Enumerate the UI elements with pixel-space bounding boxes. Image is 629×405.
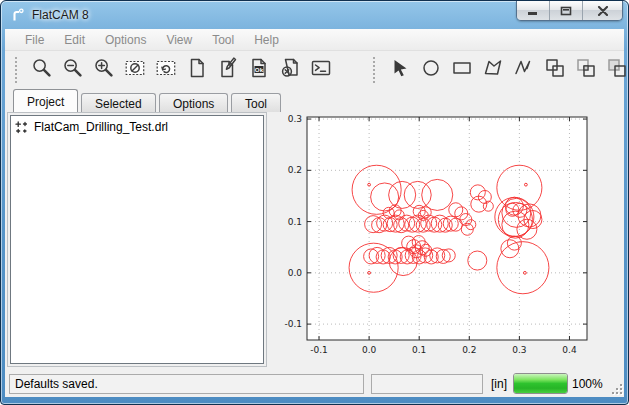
new-file-icon <box>186 57 208 83</box>
draw-polygon-icon <box>482 57 504 83</box>
zoom-in-button[interactable] <box>89 55 119 85</box>
shell-icon <box>310 57 332 83</box>
flatcam-logo-icon <box>10 7 26 23</box>
toolbar-drag-handle[interactable] <box>15 57 20 83</box>
run-script-icon: Ok <box>248 57 270 83</box>
x-tick-label: 0.0 <box>362 345 377 355</box>
status-secondary-field <box>371 374 483 394</box>
select-button[interactable] <box>385 55 415 85</box>
menu-help[interactable]: Help <box>244 30 289 50</box>
tab-options[interactable]: Options <box>159 93 228 112</box>
edit-script-button[interactable] <box>213 55 243 85</box>
flatcam-window: FlatCAM 8 FileEditOptionsViewToolHelp Ok… <box>0 0 629 405</box>
y-tick-label: 0.0 <box>288 268 303 278</box>
delete-object-icon <box>279 57 301 83</box>
clear-plot-button[interactable] <box>120 55 150 85</box>
x-tick-label: 0.3 <box>512 345 526 355</box>
tab-selected[interactable]: Selected <box>81 93 156 112</box>
close-icon <box>597 2 609 20</box>
tree-item-label: FlatCam_Drilling_Test.drl <box>34 120 168 134</box>
toolbar-group-plot-tools: Ok <box>5 51 337 89</box>
draw-polyline-button[interactable] <box>509 55 539 85</box>
select-icon <box>389 57 411 83</box>
tab-project[interactable]: Project <box>13 89 78 112</box>
maximize-button[interactable] <box>550 1 583 20</box>
draw-circle-button[interactable] <box>416 55 446 85</box>
plot-canvas[interactable]: -0.10.00.10.20.30.4-0.10.00.10.20.3 <box>269 112 622 367</box>
progress-bar <box>513 373 568 394</box>
replot-button[interactable] <box>151 55 181 85</box>
menu-tool[interactable]: Tool <box>202 30 244 50</box>
draw-rectangle-button[interactable] <box>447 55 477 85</box>
run-script-button[interactable]: Ok <box>244 55 274 85</box>
menu-edit[interactable]: Edit <box>54 30 95 50</box>
subtract-button[interactable] <box>602 55 629 85</box>
svg-text:Ok: Ok <box>255 66 264 73</box>
subtract-icon <box>606 57 628 83</box>
status-bar: Defaults saved. [in] 100% <box>5 370 624 397</box>
x-tick-label: 0.4 <box>562 345 577 355</box>
project-tree[interactable]: FlatCam_Drilling_Test.drl <box>10 115 264 364</box>
draw-polyline-icon <box>513 57 535 83</box>
close-button[interactable] <box>583 1 622 20</box>
new-file-button[interactable] <box>182 55 212 85</box>
draw-rectangle-icon <box>451 57 473 83</box>
title-bar[interactable]: FlatCAM 8 <box>1 1 628 29</box>
draw-polygon-button[interactable] <box>478 55 508 85</box>
y-tick-label: 0.3 <box>288 114 302 124</box>
y-tick-label: 0.2 <box>288 165 302 175</box>
x-tick-label: 0.2 <box>462 345 476 355</box>
menu-options[interactable]: Options <box>95 30 156 50</box>
y-tick-label: 0.1 <box>288 217 302 227</box>
progress-fill <box>514 374 567 393</box>
drill-object-icon <box>15 121 28 134</box>
menu-view[interactable]: View <box>156 30 202 50</box>
union-button[interactable] <box>540 55 570 85</box>
tree-item[interactable]: FlatCam_Drilling_Test.drl <box>11 116 263 134</box>
resize-grip[interactable] <box>610 382 622 394</box>
main-area: FlatCam_Drilling_Test.drl -0.10.00.10.20… <box>5 112 624 370</box>
status-message: Defaults saved. <box>9 374 364 394</box>
minimize-icon <box>527 2 539 20</box>
project-pane: FlatCam_Drilling_Test.drl <box>7 112 267 367</box>
clear-plot-icon <box>124 57 146 83</box>
draw-circle-icon <box>420 57 442 83</box>
zoom-fit-button[interactable] <box>27 55 57 85</box>
minimize-button[interactable] <box>517 1 550 20</box>
edit-script-icon <box>217 57 239 83</box>
zoom-out-icon <box>62 57 84 83</box>
union-icon <box>544 57 566 83</box>
zoom-out-button[interactable] <box>58 55 88 85</box>
shell-button[interactable] <box>306 55 336 85</box>
x-tick-label: 0.1 <box>412 345 426 355</box>
units-label: [in] <box>491 377 507 391</box>
toolbar: Ok <box>5 51 624 89</box>
intersect-button[interactable] <box>571 55 601 85</box>
intersect-icon <box>575 57 597 83</box>
drill-plot[interactable]: -0.10.00.10.20.30.4-0.10.00.10.20.3 <box>269 112 622 367</box>
delete-object-button[interactable] <box>275 55 305 85</box>
tab-tool[interactable]: Tool <box>231 93 281 112</box>
tab-bar: ProjectSelectedOptionsTool <box>5 89 624 112</box>
y-tick-label: -0.1 <box>284 319 302 329</box>
zoom-fit-icon <box>31 57 53 83</box>
menu-file[interactable]: File <box>15 30 54 50</box>
maximize-icon <box>560 2 572 20</box>
x-tick-label: -0.1 <box>310 345 328 355</box>
client-area: FileEditOptionsViewToolHelp Ok ProjectSe… <box>5 29 624 397</box>
toolbar-group-geometry-tools <box>363 51 629 89</box>
progress-percent-label: 100% <box>572 377 603 391</box>
menu-bar: FileEditOptionsViewToolHelp <box>5 29 624 51</box>
zoom-in-icon <box>93 57 115 83</box>
caption-buttons <box>516 1 623 21</box>
window-title: FlatCAM 8 <box>32 8 89 22</box>
toolbar-drag-handle[interactable] <box>373 57 378 83</box>
replot-icon <box>155 57 177 83</box>
